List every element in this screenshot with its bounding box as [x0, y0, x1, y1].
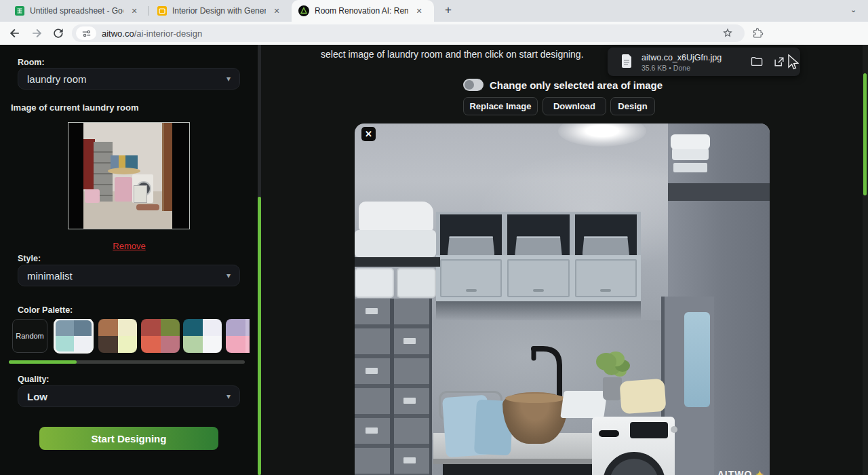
reload-icon[interactable] — [52, 26, 65, 40]
thumb-table — [108, 168, 140, 174]
quality-select[interactable]: Low ▾ — [18, 385, 240, 407]
replace-image-button[interactable]: Replace Image — [463, 97, 538, 115]
thumb-basket — [85, 189, 100, 203]
gi-upper-cabinets — [436, 255, 641, 301]
gi-storage-drawers — [355, 299, 432, 475]
download-filename: aitwo.co_x6UjGfn.jpg — [642, 53, 722, 62]
selected-area-toggle[interactable] — [463, 79, 484, 91]
chevron-down-icon: ▾ — [226, 392, 231, 401]
forward-icon[interactable] — [30, 26, 43, 40]
watermark: AITWO ✦ — [717, 469, 764, 475]
room-label: Room: — [18, 58, 45, 67]
gi-cubby — [575, 214, 637, 255]
gi-washing-machine — [592, 417, 675, 475]
palette-option-2[interactable] — [98, 319, 137, 353]
page-scrollbar-thumb[interactable] — [863, 73, 867, 195]
gi-cabinet-shadow — [436, 301, 641, 320]
tab-title: Room Renovation AI: Renovat — [315, 6, 408, 16]
design-controls-sidebar: Room: laundry room ▾ Image of current la… — [0, 45, 258, 475]
thumbnail-photo — [83, 123, 172, 229]
bookmark-star-icon[interactable] — [722, 27, 734, 39]
page-content: Room: laundry room ▾ Image of current la… — [0, 45, 868, 475]
browser-toolbar: aitwo.co/ai-interior-design — [0, 22, 868, 45]
style-select[interactable]: minimalist ▾ — [18, 265, 240, 286]
style-select-value: minimalist — [27, 270, 73, 282]
chevron-down-icon: ▾ — [226, 74, 231, 83]
thumb-clutter — [111, 155, 138, 169]
design-button[interactable]: Design — [610, 97, 655, 115]
browser-tab-strip: Untitled spreadsheet - Googl ✕ Interior … — [0, 0, 868, 22]
palette-option-3[interactable] — [141, 319, 180, 353]
gi-plant-vase — [603, 377, 622, 400]
tab-room-renovation-active[interactable]: Room Renovation AI: Renovat ✕ — [292, 0, 434, 22]
gi-recessed-light — [558, 124, 646, 147]
close-image-button[interactable]: ✕ — [361, 127, 376, 141]
back-icon[interactable] — [8, 26, 22, 40]
toggle-label: Change only selected area of image — [490, 79, 663, 91]
tab-strip-chevron-icon[interactable]: ⌄ — [850, 5, 856, 14]
tab-title: Interior Design with Generati — [172, 6, 266, 16]
gi-basket — [515, 236, 561, 255]
gi-upper-cubbies — [436, 212, 641, 255]
url-host: aitwo.co — [102, 28, 134, 39]
mouse-cursor — [787, 54, 799, 72]
download-notification-popup[interactable]: aitwo.co_x6UjGfn.jpg 35.6 KB • Done — [608, 48, 800, 76]
chevron-down-icon: ▾ — [226, 271, 231, 280]
palette-row: Random — [12, 319, 250, 354]
slides-icon — [157, 6, 167, 16]
gi-cabinet-door — [440, 259, 502, 297]
sheets-icon — [15, 6, 24, 16]
gi-left-bins — [355, 267, 437, 299]
url-text: aitwo.co/ai-interior-design — [102, 28, 202, 39]
gi-cream-basket — [619, 379, 666, 414]
download-button[interactable]: Download — [542, 97, 606, 115]
current-image-label: Image of current laundry room — [11, 102, 139, 113]
watermark-star-icon: ✦ — [755, 469, 764, 475]
url-path: /ai-interior-design — [134, 28, 202, 39]
extensions-icon[interactable] — [752, 27, 764, 39]
palette-label: Color Palette: — [18, 305, 73, 315]
gi-left-shelf — [355, 257, 440, 267]
palette-option-5[interactable] — [226, 319, 250, 353]
palette-option-1[interactable] — [54, 319, 93, 353]
gi-washer-door — [603, 452, 665, 475]
tab-separator — [148, 6, 149, 16]
style-label: Style: — [18, 254, 41, 263]
gi-cabinet-door — [575, 259, 637, 297]
open-in-new-icon[interactable] — [772, 55, 786, 69]
gi-cubby — [440, 214, 502, 255]
sidebar-scrollbar[interactable] — [258, 45, 261, 475]
gi-white-tray — [560, 391, 608, 418]
tab-close-icon[interactable]: ✕ — [414, 5, 425, 16]
tab-spreadsheet[interactable]: Untitled spreadsheet - Googl ✕ — [8, 0, 145, 22]
random-palette-button[interactable]: Random — [12, 319, 47, 353]
address-bar[interactable]: aitwo.co/ai-interior-design — [72, 24, 745, 42]
toggle-knob — [465, 80, 474, 90]
aitwo-icon — [298, 5, 309, 16]
palette-scrollbar-thumb[interactable] — [9, 360, 77, 364]
gi-plant — [596, 353, 616, 370]
remove-image-link[interactable]: Remove — [113, 241, 145, 251]
remove-image-row: Remove — [0, 240, 258, 252]
palette-scrollbar[interactable] — [9, 360, 245, 364]
thumb-door-frame — [162, 123, 172, 211]
gi-cubby — [507, 214, 569, 255]
room-select[interactable]: laundry room ▾ — [18, 68, 240, 90]
palette-option-4[interactable] — [183, 319, 222, 353]
start-designing-button[interactable]: Start Designing — [39, 427, 218, 450]
quality-label: Quality: — [18, 375, 50, 384]
page-scrollbar[interactable] — [863, 45, 868, 475]
thumb-basket — [115, 177, 132, 202]
thumb-floor-mat — [136, 204, 159, 210]
room-select-value: laundry room — [27, 73, 87, 85]
show-in-folder-icon[interactable] — [750, 55, 764, 69]
tab-close-icon[interactable]: ✕ — [271, 5, 282, 16]
thumb-crate — [134, 185, 147, 203]
generated-room-image: AITWO ✦ — [355, 124, 770, 475]
tab-close-icon[interactable]: ✕ — [129, 5, 140, 16]
sidebar-scrollbar-thumb[interactable] — [258, 197, 261, 475]
tab-slides[interactable]: Interior Design with Generati ✕ — [151, 0, 288, 22]
new-tab-button[interactable]: + — [441, 3, 456, 18]
site-info-icon[interactable] — [76, 26, 96, 40]
instruction-text: select image of laundry room and then cl… — [321, 49, 584, 60]
